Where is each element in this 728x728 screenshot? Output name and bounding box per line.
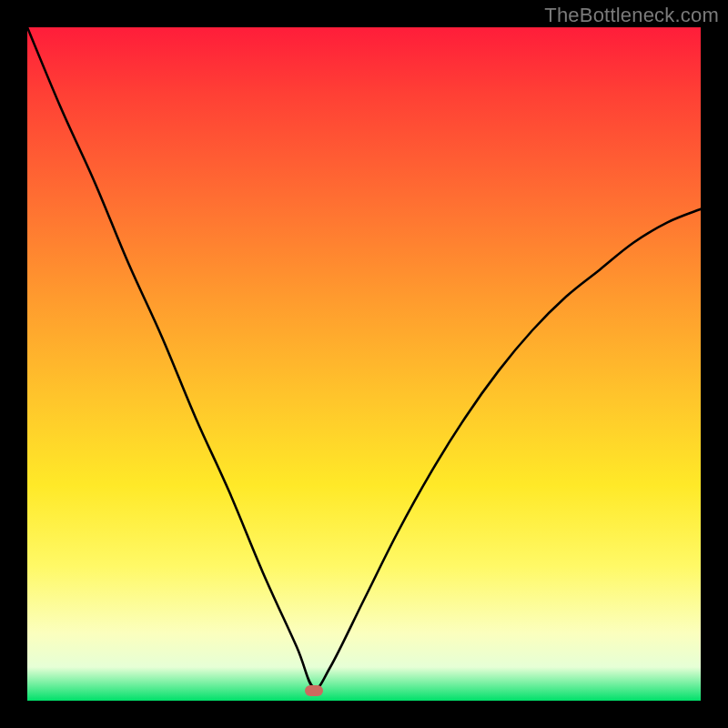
minimum-marker xyxy=(305,685,323,696)
curve-svg xyxy=(27,27,701,701)
chart-frame: TheBottleneck.com xyxy=(0,0,728,728)
attribution-label: TheBottleneck.com xyxy=(544,4,719,27)
bottleneck-curve xyxy=(27,27,701,688)
plot-area xyxy=(27,27,701,701)
